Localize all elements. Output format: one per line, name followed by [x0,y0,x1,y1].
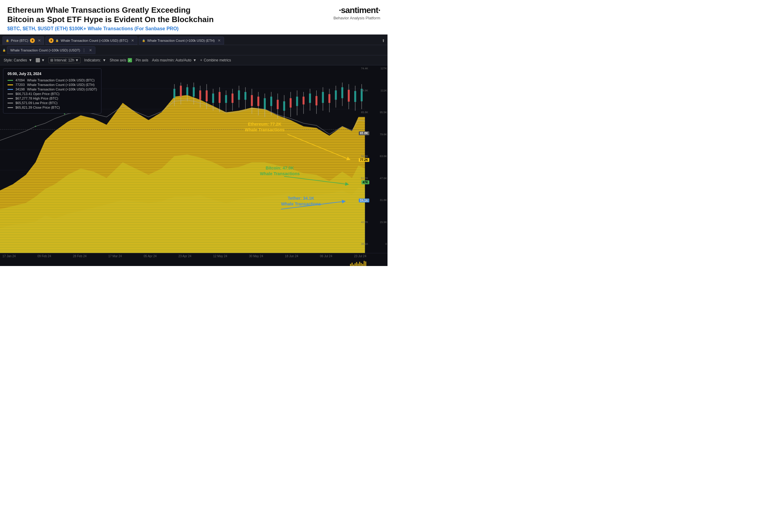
axis-minmax-chevron: ▼ [193,58,196,62]
legend-dash-btc [8,80,13,81]
show-axis-checkbox[interactable]: ✓ [128,58,132,62]
svg-rect-49 [283,101,285,111]
page-header: Ethereum Whale Transactions Greatly Exce… [0,0,388,34]
tether-annotation-text: Tether: 34.1KWhale Transactions [281,196,321,206]
y-left-3: 65.8K [361,111,368,114]
tab-whale-usdt[interactable]: Whale Transaction Count (>100k USD) (USD… [7,46,95,54]
svg-rect-55 [302,97,304,105]
eth-annotation: Ethereum: 77.2KWhale Transactions [245,121,284,132]
legend-eth-label: Whale Transaction Count (>100k USD) (ETH… [27,83,95,87]
mini-bar-3 [353,264,354,266]
header-left: Ethereum Whale Transactions Greatly Exce… [7,5,320,31]
svg-rect-27 [212,94,214,103]
y-right-9: 0 [371,242,387,245]
x-label-10: 06 Jul 24 [320,255,332,258]
axis-minmax[interactable]: Axis max/min: Auto/Auto ▼ [152,58,196,62]
legend-dash-usdt [8,89,13,90]
interval-icon: ⊞ [50,58,53,62]
tab-bar-row1: 🔒 Price (BTC) 8 ✕ 8 🔒 Whale Transaction … [0,34,388,45]
svg-rect-71 [354,91,356,102]
tab-price-close[interactable]: ✕ [38,38,41,43]
tab-whale-btc-close[interactable]: ✕ [131,38,134,43]
x-label-1: 17 Jan 24 [2,255,16,258]
mini-bar-10 [363,261,365,266]
cloud-icon[interactable]: ⬆ [382,38,385,43]
svg-rect-45 [270,97,272,106]
chart-area: ·santiment· [0,65,388,253]
subtitle: $BTC, $ETH, $USDT (ETH) $100K+ Whale Tra… [7,26,320,31]
combine-label: Combine metrics [204,58,231,62]
tab-whale-usdt-label: Whale Transaction Count (>100k USD) (USD… [10,48,80,52]
tab-whale-btc[interactable]: 8 🔒 Whale Transaction Count (>100k USD) … [45,36,137,45]
legend-eth-value: 77203 [15,83,25,87]
lock-icon-row2: 🔒 [2,49,6,52]
legend-row-low: $65,571.09 Low Price (BTC) [8,101,97,105]
tab-whale-eth-label: Whale Transaction Count (>100k USD) (ETH… [147,39,215,42]
combine-metrics-btn[interactable]: + Combine metrics [200,58,231,62]
interval-chevron: ▼ [75,58,79,62]
lock-icon-price: 🔒 [6,39,9,42]
legend-low-label: $65,571.09 Low Price (BTC) [15,101,57,105]
legend-btc-label: Whale Transaction Count (>100k USD) (BTC… [27,78,95,82]
axis-minmax-label: Axis max/min: Auto/Auto [152,58,191,62]
x-label-3: 28 Feb 24 [73,255,87,258]
svg-rect-35 [238,90,240,100]
tab-price-btc[interactable]: 🔒 Price (BTC) 8 ✕ [2,36,44,45]
tab-price-badge: 8 [30,38,35,43]
tab-whale-eth[interactable]: 🔒 Whale Transaction Count (>100k USD) (E… [139,37,224,44]
legend-row-open: $66,713.41 Open Price (BTC) [8,92,97,96]
y-right-2: 111K [371,89,387,92]
legend-open-label: $66,713.41 Open Price (BTC) [15,92,60,96]
svg-rect-41 [257,97,259,106]
y-right-7: 31.8K [371,199,387,202]
svg-rect-29 [218,92,220,103]
legend-date: 05:00, July 23, 2024 [8,72,97,76]
lock-icon-whale-btc: 🔒 [55,39,59,42]
pin-axis-label: Pin axis [136,58,148,62]
interval-wrapper[interactable]: ⊞ Interval: 12h ▼ [48,57,80,63]
legend-dash-high [8,98,13,99]
tab-usdt-dots: ⋮ [82,48,86,52]
mini-bar-2 [351,263,353,266]
pin-axis-btn[interactable]: Pin axis [136,58,148,62]
svg-rect-25 [205,90,207,101]
style-selector[interactable]: Style: Candles ▼ [4,58,32,62]
x-label-11: 23 Jul 24 [354,255,366,258]
legend-dash-eth [8,84,13,85]
svg-rect-67 [341,87,343,98]
legend-close-label: $65,821.39 Close Price (BTC) [15,106,60,109]
logo-tagline: Behavior Analysis Platform [320,16,380,20]
legend-usdt-label: Whale Transaction Count (>100k USD) (USD… [27,87,97,91]
svg-rect-21 [193,87,195,97]
indicators-selector[interactable]: Indicators: ▼ [84,58,106,62]
mini-bar-1 [350,264,351,266]
y-left-6: 51.7K [361,177,368,180]
color-picker-chevron: ▼ [41,58,45,62]
x-label-9: 18 Jun 24 [285,255,298,258]
color-picker-1[interactable] [36,58,40,62]
mini-bar-11 [365,261,366,266]
svg-rect-61 [322,92,323,103]
indicators-chevron: ▼ [102,58,106,62]
mini-bar-9 [362,264,363,266]
x-label-7: 12 May 24 [213,255,227,258]
x-label-5: 05 Apr 24 [144,255,157,258]
tab-whale-usdt-close[interactable]: ✕ [89,48,92,52]
svg-rect-19 [186,87,188,95]
lock-icon-whale-eth: 🔒 [142,39,145,42]
y-right-3: 95.5K [371,111,387,114]
color-pickers[interactable]: ▼ [36,58,45,62]
x-label-6: 23 Apr 24 [178,255,191,258]
y-right-8: 15.9K [371,221,387,224]
svg-rect-37 [244,92,246,100]
tab-whale-eth-close[interactable]: ✕ [218,38,221,43]
y-left-5: 56.3K [361,155,368,158]
mini-bar-4 [354,263,356,266]
show-axis-label: Show axis [110,58,126,62]
tab-bar-row2: 🔒 Whale Transaction Count (>100k USD) (U… [0,45,388,55]
style-dropdown-icon: ▼ [28,58,32,62]
svg-rect-51 [290,98,291,108]
combine-plus: + [200,58,202,62]
x-axis: 17 Jan 24 09 Feb 24 28 Feb 24 17 Mar 24 … [0,253,388,259]
y-left-9: 38.1K [361,242,368,245]
